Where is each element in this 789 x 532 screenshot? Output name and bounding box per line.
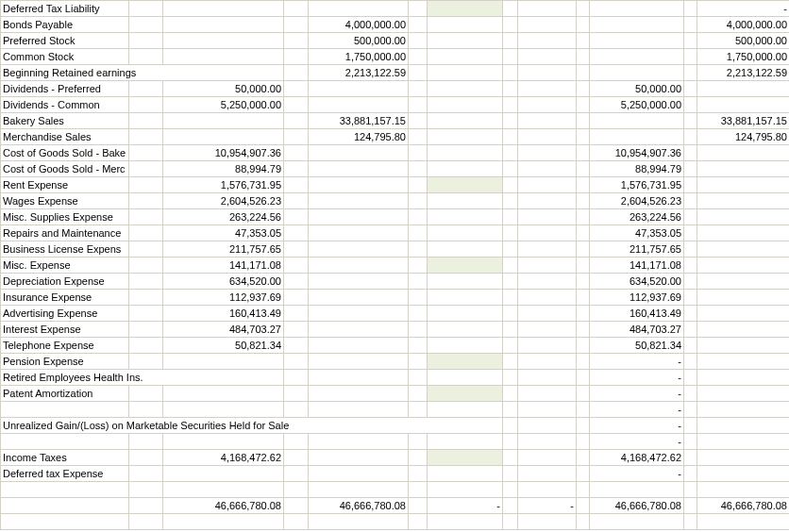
cell-value[interactable]: 33,881,157.15 (697, 113, 790, 129)
cell-empty[interactable] (577, 177, 590, 193)
cell-empty[interactable] (577, 274, 590, 290)
row-label[interactable] (1, 498, 129, 514)
cell-empty[interactable] (577, 161, 590, 177)
cell-value[interactable] (163, 129, 284, 145)
cell-empty[interactable] (503, 258, 518, 274)
cell-empty[interactable] (284, 145, 309, 161)
cell-empty[interactable] (577, 514, 590, 530)
cell-value[interactable]: 10,954,907.36 (163, 145, 284, 161)
cell-value[interactable] (697, 193, 790, 209)
cell-value[interactable]: 2,213,122.59 (697, 65, 790, 81)
row-label[interactable]: Telephone Expense (1, 338, 129, 354)
cell-empty[interactable] (684, 97, 697, 113)
cell-empty[interactable] (129, 113, 163, 129)
cell-value[interactable] (697, 97, 790, 113)
cell-empty[interactable] (409, 258, 428, 274)
cell-empty[interactable] (684, 274, 697, 290)
row-label[interactable]: Depreciation Expense (1, 274, 129, 290)
cell-empty[interactable] (503, 290, 518, 306)
cell-empty[interactable] (129, 33, 163, 49)
cell-empty[interactable] (577, 450, 590, 466)
cell-value[interactable] (590, 17, 684, 33)
cell-empty[interactable] (577, 418, 590, 434)
cell-empty[interactable] (409, 209, 428, 225)
cell-value[interactable] (428, 225, 503, 241)
cell-empty[interactable] (129, 145, 163, 161)
cell-empty[interactable] (577, 370, 590, 386)
cell-value[interactable]: - (428, 498, 503, 514)
cell-empty[interactable] (129, 209, 163, 225)
row-label[interactable]: Insurance Expense (1, 290, 129, 306)
cell-empty[interactable] (129, 225, 163, 241)
cell-value[interactable]: 2,604,526.23 (590, 193, 684, 209)
cell-empty[interactable] (684, 193, 697, 209)
cell-empty[interactable] (684, 65, 697, 81)
cell-value[interactable]: 160,413.49 (163, 306, 284, 322)
cell-empty[interactable] (284, 129, 309, 145)
cell-empty[interactable] (284, 225, 309, 241)
cell-empty[interactable] (577, 113, 590, 129)
cell-empty[interactable] (409, 145, 428, 161)
row-label[interactable]: Deferred tax Expense (1, 466, 129, 482)
cell-empty[interactable] (577, 33, 590, 49)
cell-value[interactable] (518, 466, 577, 482)
cell-value[interactable]: 211,757.65 (590, 241, 684, 258)
cell-empty[interactable] (409, 482, 428, 498)
cell-empty[interactable] (409, 434, 428, 450)
cell-empty[interactable] (577, 81, 590, 97)
cell-empty[interactable] (577, 338, 590, 354)
cell-value[interactable] (697, 370, 790, 386)
cell-value[interactable] (428, 434, 503, 450)
cell-empty[interactable] (577, 290, 590, 306)
cell-empty[interactable] (503, 49, 518, 65)
cell-value[interactable]: 1,750,000.00 (697, 49, 790, 65)
cell-value[interactable] (518, 434, 577, 450)
cell-value[interactable] (518, 306, 577, 322)
row-label[interactable]: Wages Expense (1, 193, 129, 209)
cell-value[interactable] (428, 354, 503, 370)
cell-value[interactable]: - (590, 402, 684, 418)
cell-empty[interactable] (284, 258, 309, 274)
cell-value[interactable] (309, 290, 409, 306)
cell-empty[interactable] (503, 113, 518, 129)
cell-empty[interactable] (684, 49, 697, 65)
cell-empty[interactable] (129, 450, 163, 466)
cell-empty[interactable] (503, 225, 518, 241)
cell-empty[interactable] (409, 193, 428, 209)
cell-value[interactable] (697, 322, 790, 338)
cell-value[interactable] (697, 177, 790, 193)
cell-value[interactable] (163, 49, 284, 65)
cell-value[interactable]: 1,576,731.95 (163, 177, 284, 193)
cell-empty[interactable] (409, 290, 428, 306)
cell-empty[interactable] (577, 322, 590, 338)
cell-empty[interactable] (684, 386, 697, 402)
cell-value[interactable]: 46,666,780.08 (309, 498, 409, 514)
cell-value[interactable] (428, 33, 503, 49)
cell-value[interactable] (518, 97, 577, 113)
row-label[interactable]: Rent Expense (1, 177, 129, 193)
cell-value[interactable] (309, 241, 409, 258)
row-label[interactable]: Cost of Goods Sold - Bake (1, 145, 129, 161)
cell-value[interactable] (428, 482, 503, 498)
cell-empty[interactable] (284, 482, 309, 498)
cell-value[interactable] (309, 386, 409, 402)
cell-value[interactable] (518, 402, 577, 418)
cell-empty[interactable] (409, 177, 428, 193)
cell-value[interactable]: 484,703.27 (590, 322, 684, 338)
cell-value[interactable]: 634,520.00 (163, 274, 284, 290)
row-label[interactable] (1, 434, 129, 450)
cell-value[interactable] (518, 161, 577, 177)
row-label[interactable] (1, 514, 129, 530)
cell-empty[interactable] (409, 97, 428, 113)
cell-value[interactable] (163, 466, 284, 482)
cell-value[interactable] (428, 370, 503, 386)
cell-empty[interactable] (577, 241, 590, 258)
cell-empty[interactable] (284, 241, 309, 258)
cell-empty[interactable] (129, 498, 163, 514)
cell-empty[interactable] (284, 33, 309, 49)
cell-empty[interactable] (503, 370, 518, 386)
cell-empty[interactable] (129, 81, 163, 97)
cell-value[interactable] (518, 274, 577, 290)
cell-empty[interactable] (684, 418, 697, 434)
cell-empty[interactable] (409, 450, 428, 466)
